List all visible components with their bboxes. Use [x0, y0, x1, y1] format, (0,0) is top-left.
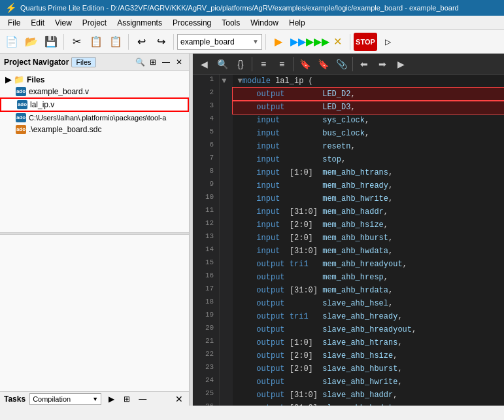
- editor-search-btn[interactable]: 🔍: [214, 56, 231, 73]
- code-line-content[interactable]: output slave_ahb_hsel,: [233, 297, 504, 310]
- menu-assignments[interactable]: Assignments: [112, 17, 167, 29]
- code-line-content[interactable]: input [31:0] mem_ahb_haddr,: [233, 205, 504, 219]
- menu-help[interactable]: Help: [284, 17, 311, 29]
- code-line-content[interactable]: output LED_D2,: [233, 88, 504, 101]
- code-line-content[interactable]: output [31:0] slave_ahb_haddr,: [233, 389, 504, 402]
- paste-button[interactable]: 📋: [107, 33, 125, 51]
- code-line-content[interactable]: input resetn,: [233, 140, 504, 153]
- editor-next-btn[interactable]: ➡: [374, 56, 391, 73]
- code-line-content[interactable]: output mem_ahb_hresp,: [233, 271, 504, 284]
- compilation-dropdown[interactable]: Compilation ▼: [29, 393, 101, 405]
- collapse-marker[interactable]: [220, 205, 233, 219]
- tree-item-lal-ip[interactable]: ado lal_ip.v: [0, 97, 189, 112]
- code-line-content[interactable]: input mem_ahb_hready,: [233, 179, 504, 192]
- code-line-content[interactable]: output tri1 mem_ahb_hreadyout,: [233, 258, 504, 271]
- collapse-marker[interactable]: [220, 127, 233, 140]
- editor-unindent-btn[interactable]: ≡: [273, 56, 290, 73]
- collapse-marker[interactable]: [220, 402, 233, 406]
- code-line-content[interactable]: output [1:0] slave_ahb_htrans,: [233, 336, 504, 349]
- collapse-marker[interactable]: [220, 179, 233, 192]
- editor-braces-btn[interactable]: {}: [232, 56, 249, 73]
- panel-restore-button[interactable]: ⊞: [147, 56, 159, 68]
- menu-processing[interactable]: Processing: [167, 17, 216, 29]
- collapse-marker[interactable]: [220, 219, 233, 232]
- tasks-restore-button[interactable]: ⊞: [121, 393, 133, 405]
- undo-button[interactable]: ↩: [132, 33, 150, 51]
- code-line-content[interactable]: output [2:0] slave_ahb_hsize,: [233, 349, 504, 362]
- code-line-content[interactable]: input mem_ahb_hwrite,: [233, 192, 504, 205]
- panel-close-button[interactable]: ✕: [173, 56, 185, 68]
- editor-btn-1[interactable]: ◀: [195, 56, 212, 73]
- code-line-content[interactable]: output [31:0] slave_ahb_hwdata,: [233, 402, 504, 406]
- editor-bookmark-next-btn[interactable]: 🔖: [314, 56, 331, 73]
- collapse-marker[interactable]: [220, 153, 233, 166]
- collapse-marker[interactable]: [220, 349, 233, 362]
- code-line-content[interactable]: input stop,: [233, 153, 504, 166]
- collapse-marker[interactable]: [220, 336, 233, 349]
- code-line-content[interactable]: input sys_clock,: [233, 114, 504, 127]
- code-line-content[interactable]: input bus_clock,: [233, 127, 504, 140]
- tree-section-files[interactable]: ▶ 📁 Files: [0, 73, 189, 86]
- programmer-button[interactable]: ▷: [378, 33, 397, 51]
- editor-indent-btn[interactable]: ≡: [255, 56, 272, 73]
- tasks-close-button[interactable]: ✕: [173, 393, 185, 405]
- collapse-marker[interactable]: [220, 258, 233, 271]
- stop-button[interactable]: STOP: [354, 33, 377, 51]
- menu-tools[interactable]: Tools: [216, 17, 245, 29]
- tasks-play-button[interactable]: ▶: [105, 393, 117, 405]
- code-line-content[interactable]: output [31:0] mem_ahb_hrdata,: [233, 284, 504, 297]
- copy-button[interactable]: 📋: [87, 33, 105, 51]
- editor-bookmark-add-btn[interactable]: 📎: [333, 56, 350, 73]
- collapse-marker[interactable]: [220, 192, 233, 205]
- search-button[interactable]: 🔍: [134, 56, 146, 68]
- open-button[interactable]: 📂: [22, 33, 41, 51]
- code-line-content[interactable]: output slave_ahb_hreadyout,: [233, 323, 504, 336]
- code-line-content[interactable]: input [2:0] mem_ahb_hsize,: [233, 219, 504, 232]
- new-button[interactable]: 📄: [3, 33, 21, 51]
- tab-files[interactable]: Files: [71, 57, 95, 67]
- cut-button[interactable]: ✂: [67, 33, 86, 51]
- collapse-marker[interactable]: [220, 166, 233, 179]
- collapse-marker[interactable]: [220, 323, 233, 336]
- menu-project[interactable]: Project: [77, 17, 112, 29]
- panel-minimize-button[interactable]: —: [160, 56, 172, 68]
- collapse-marker[interactable]: [220, 297, 233, 310]
- collapse-marker[interactable]: ▼: [220, 75, 233, 88]
- code-area[interactable]: 1▼▼module lal_ip (2 output LED_D2,3 outp…: [193, 75, 504, 406]
- code-line-content[interactable]: input [1:0] mem_ahb_htrans,: [233, 166, 504, 179]
- code-line-content[interactable]: output LED_D3,: [233, 101, 504, 114]
- editor-bookmark-prev-btn[interactable]: 🔖: [296, 56, 313, 73]
- save-button[interactable]: 💾: [42, 33, 60, 51]
- code-line-content[interactable]: input [31:0] mem_ahb_hwdata,: [233, 245, 504, 258]
- collapse-marker[interactable]: [220, 376, 233, 389]
- collapse-marker[interactable]: [220, 284, 233, 297]
- collapse-marker[interactable]: [220, 245, 233, 258]
- collapse-marker[interactable]: [220, 362, 233, 376]
- code-line-content[interactable]: input [2:0] mem_ahb_hburst,: [233, 232, 504, 245]
- editor-navigate-btn[interactable]: ▶: [392, 56, 409, 73]
- tree-item-tool-a[interactable]: ado C:\Users\lalhan\.platformio\packages…: [0, 112, 189, 124]
- code-line-content[interactable]: output slave_ahb_hwrite,: [233, 376, 504, 389]
- collapse-marker[interactable]: [220, 389, 233, 402]
- menu-edit[interactable]: Edit: [25, 17, 50, 29]
- start-analysis-button[interactable]: ▶: [269, 33, 288, 51]
- collapse-marker[interactable]: [220, 101, 233, 114]
- collapse-marker[interactable]: [220, 114, 233, 127]
- tree-item-sdc[interactable]: ado .\example_board.sdc: [0, 124, 189, 135]
- code-line-content[interactable]: ▼module lal_ip (: [233, 75, 504, 88]
- tasks-minimize-button[interactable]: —: [137, 393, 148, 405]
- code-line-content[interactable]: output [2:0] slave_ahb_hburst,: [233, 362, 504, 376]
- collapse-marker[interactable]: [220, 310, 233, 323]
- redo-button[interactable]: ↪: [152, 33, 170, 51]
- menu-window[interactable]: Window: [245, 17, 284, 29]
- editor-prev-btn[interactable]: ⬅: [356, 56, 373, 73]
- code-line-content[interactable]: output tri1 slave_ahb_hready,: [233, 310, 504, 323]
- start-fitter-button[interactable]: ▶▶▶: [309, 33, 327, 51]
- menu-file[interactable]: File: [3, 17, 25, 29]
- collapse-marker[interactable]: [220, 232, 233, 245]
- start-synthesis-button[interactable]: ▶▶: [289, 33, 307, 51]
- collapse-marker[interactable]: [220, 88, 233, 101]
- start-assembler-button[interactable]: ✕: [328, 33, 346, 51]
- project-dropdown[interactable]: example_board ▼: [177, 34, 262, 50]
- menu-view[interactable]: View: [50, 17, 77, 29]
